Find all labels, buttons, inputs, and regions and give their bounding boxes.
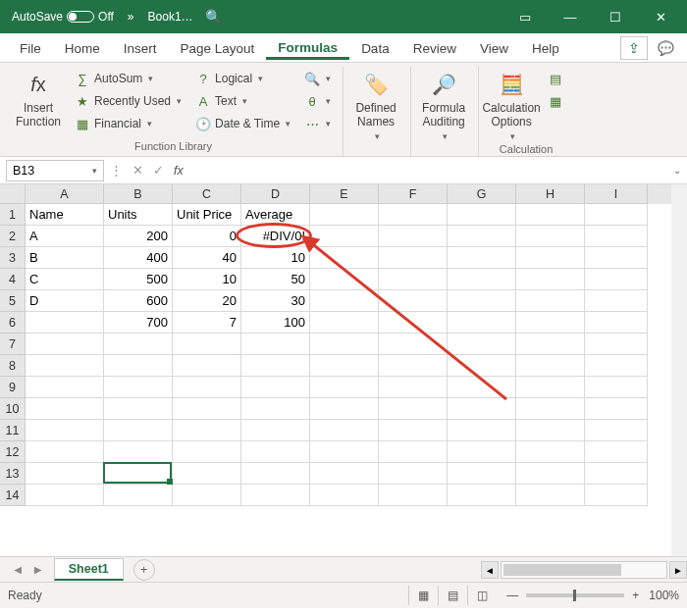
cell-F7[interactable] xyxy=(379,334,448,355)
cell-A10[interactable] xyxy=(26,398,104,420)
cell-I2[interactable] xyxy=(585,226,648,247)
cell-A12[interactable] xyxy=(26,441,104,463)
row-header-3[interactable]: 3 xyxy=(0,247,26,269)
date-time-button[interactable]: 🕑Date & Time▾ xyxy=(191,114,294,133)
cell-D8[interactable] xyxy=(241,355,310,377)
worksheet-grid[interactable]: ABCDEFGHI 1234567891011121314 NameUnitsU… xyxy=(0,184,687,557)
maximize-button[interactable]: ☐ xyxy=(593,0,638,33)
cancel-icon[interactable]: ✕ xyxy=(132,163,143,178)
cell-F9[interactable] xyxy=(379,377,448,398)
cell-F13[interactable] xyxy=(379,463,448,485)
cell-B11[interactable] xyxy=(104,420,173,441)
row-header-1[interactable]: 1 xyxy=(0,204,26,226)
cell-E4[interactable] xyxy=(310,269,379,290)
search-icon[interactable]: 🔍 xyxy=(205,9,222,25)
cell-A9[interactable] xyxy=(26,377,104,398)
row-header-9[interactable]: 9 xyxy=(0,377,26,398)
zoom-out-button[interactable]: — xyxy=(506,589,518,602)
cell-B9[interactable] xyxy=(104,377,173,398)
cell-G5[interactable] xyxy=(448,290,516,312)
recently-used-button[interactable]: ★Recently Used▾ xyxy=(71,91,185,111)
ribbon-display-icon[interactable]: ▭ xyxy=(502,0,548,33)
cell-C14[interactable] xyxy=(173,485,241,506)
tab-home[interactable]: Home xyxy=(53,36,112,60)
column-header-D[interactable]: D xyxy=(241,184,310,204)
normal-view-button[interactable]: ▦ xyxy=(408,586,438,605)
cell-B3[interactable]: 400 xyxy=(104,247,173,269)
cell-C5[interactable]: 20 xyxy=(173,290,241,312)
cell-H1[interactable] xyxy=(516,204,585,226)
tab-review[interactable]: Review xyxy=(401,36,468,60)
cell-G9[interactable] xyxy=(448,377,516,398)
cell-I14[interactable] xyxy=(585,485,648,506)
cell-A6[interactable] xyxy=(26,312,104,334)
cell-A11[interactable] xyxy=(26,420,104,441)
tab-help[interactable]: Help xyxy=(520,36,571,60)
cell-H13[interactable] xyxy=(516,463,585,485)
cell-I10[interactable] xyxy=(585,398,648,420)
cell-B8[interactable] xyxy=(104,355,173,377)
cell-C4[interactable]: 10 xyxy=(173,269,241,290)
cell-E6[interactable] xyxy=(310,312,379,334)
more-functions-button[interactable]: ⋯▾ xyxy=(300,114,335,133)
close-button[interactable]: ✕ xyxy=(638,0,683,33)
cell-C1[interactable]: Unit Price xyxy=(173,204,241,226)
cell-E14[interactable] xyxy=(310,485,379,506)
logical-button[interactable]: ?Logical▾ xyxy=(191,69,294,88)
cell-H3[interactable] xyxy=(516,247,585,269)
cell-G8[interactable] xyxy=(448,355,516,377)
defined-names-button[interactable]: 🏷️ Defined Names▾ xyxy=(349,67,402,141)
row-header-12[interactable]: 12 xyxy=(0,441,26,463)
autosum-button[interactable]: ∑AutoSum▾ xyxy=(71,69,185,88)
autosave-toggle[interactable]: AutoSave Off xyxy=(4,10,122,24)
cell-H5[interactable] xyxy=(516,290,585,312)
tab-formulas[interactable]: Formulas xyxy=(266,35,349,60)
name-box[interactable]: B13 ▾ xyxy=(6,160,104,181)
column-header-A[interactable]: A xyxy=(26,184,104,204)
cell-G4[interactable] xyxy=(448,269,516,290)
column-header-H[interactable]: H xyxy=(516,184,585,204)
cell-C13[interactable] xyxy=(173,463,241,485)
column-header-I[interactable]: I xyxy=(585,184,648,204)
column-header-F[interactable]: F xyxy=(379,184,448,204)
cell-G3[interactable] xyxy=(448,247,516,269)
cell-G12[interactable] xyxy=(448,441,516,463)
row-header-13[interactable]: 13 xyxy=(0,463,26,485)
fx-icon[interactable]: fx xyxy=(174,164,184,178)
cell-B12[interactable] xyxy=(104,441,173,463)
select-all-corner[interactable] xyxy=(0,184,26,204)
math-trig-button[interactable]: θ▾ xyxy=(300,91,335,111)
cell-E3[interactable] xyxy=(310,247,379,269)
cell-H6[interactable] xyxy=(516,312,585,334)
cell-B5[interactable]: 600 xyxy=(104,290,173,312)
cell-B4[interactable]: 500 xyxy=(104,269,173,290)
cell-E5[interactable] xyxy=(310,290,379,312)
cell-A7[interactable] xyxy=(26,334,104,355)
cell-A13[interactable] xyxy=(26,463,104,485)
share-button[interactable]: ⇪ xyxy=(620,36,648,60)
row-header-6[interactable]: 6 xyxy=(0,312,26,334)
cell-G11[interactable] xyxy=(448,420,516,441)
zoom-slider[interactable] xyxy=(526,593,624,597)
cell-D10[interactable] xyxy=(241,398,310,420)
tab-data[interactable]: Data xyxy=(349,36,401,60)
row-header-4[interactable]: 4 xyxy=(0,269,26,290)
tab-view[interactable]: View xyxy=(468,36,520,60)
column-header-B[interactable]: B xyxy=(104,184,173,204)
cell-H11[interactable] xyxy=(516,420,585,441)
cell-I5[interactable] xyxy=(585,290,648,312)
cell-A2[interactable]: A xyxy=(26,226,104,247)
vertical-scrollbar[interactable] xyxy=(671,184,687,556)
cell-C11[interactable] xyxy=(173,420,241,441)
cell-B14[interactable] xyxy=(104,485,173,506)
add-sheet-button[interactable]: + xyxy=(133,559,155,581)
sheet-tab-active[interactable]: Sheet1 xyxy=(54,558,124,581)
cell-H8[interactable] xyxy=(516,355,585,377)
text-button[interactable]: AText▾ xyxy=(191,91,294,111)
expand-formula-bar-icon[interactable]: ⌄ xyxy=(667,165,687,176)
page-layout-view-button[interactable]: ▤ xyxy=(438,586,467,605)
cell-F12[interactable] xyxy=(379,441,448,463)
cell-D12[interactable] xyxy=(241,441,310,463)
scroll-track[interactable] xyxy=(501,561,667,579)
cell-A4[interactable]: C xyxy=(26,269,104,290)
